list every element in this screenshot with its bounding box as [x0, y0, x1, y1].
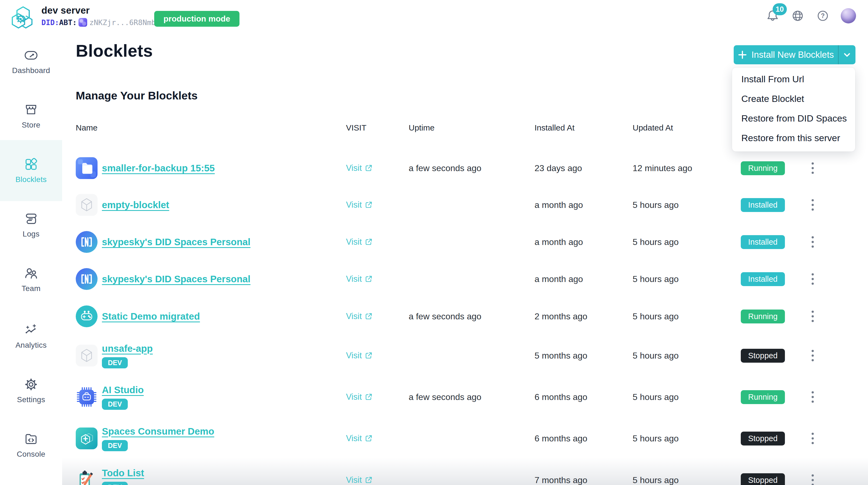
status-badge: Running: [741, 161, 785, 175]
header-actions: 10 ?: [766, 8, 856, 24]
blocklet-name-link[interactable]: empty-blocklet: [102, 200, 169, 210]
cell-visit: Visit: [346, 274, 409, 284]
blocklet-name-link[interactable]: Todo List: [102, 467, 144, 479]
installed-at-value: 5 months ago: [534, 351, 632, 361]
external-link-icon: [365, 434, 373, 443]
install-new-blocklets-button[interactable]: Install New Blocklets: [734, 45, 856, 64]
production-mode-badge: production mode: [154, 11, 240, 27]
visit-link[interactable]: Visit: [346, 433, 409, 443]
row-actions-menu-button[interactable]: [809, 430, 816, 447]
table-row: AI Studio DEV Visit a few seconds ago 6 …: [76, 378, 833, 416]
cell-visit: Visit: [346, 433, 409, 443]
menu-item-restore-from-this-server[interactable]: Restore from this server: [732, 128, 855, 148]
installed-at-value: a month ago: [534, 200, 632, 210]
notifications-button[interactable]: 10: [766, 9, 780, 23]
notification-count-badge: 10: [773, 3, 787, 15]
sidebar-item-label: Console: [17, 450, 45, 459]
dev-badge: DEV: [102, 440, 128, 451]
blocklet-name-link[interactable]: unsafe-app: [102, 343, 153, 354]
row-actions-menu-button[interactable]: [809, 196, 816, 213]
blocklet-name-link[interactable]: Static Demo migrated: [102, 311, 200, 322]
cell-name: unsafe-app DEV: [76, 343, 346, 368]
visit-link[interactable]: Visit: [346, 311, 409, 321]
store-icon: [24, 103, 38, 117]
did-chain: ABT:: [59, 18, 77, 27]
sidebar-item-blocklets[interactable]: Blocklets: [0, 140, 62, 201]
table-header-col-name: Name: [76, 123, 346, 132]
cell-status: Installed: [733, 235, 793, 249]
sidebar-item-dashboard[interactable]: Dashboard: [0, 38, 62, 85]
blocklet-name-link[interactable]: skypesky's DID Spaces Personal: [102, 237, 250, 247]
row-actions-menu-button[interactable]: [809, 389, 816, 405]
cell-actions: [793, 347, 833, 364]
sidebar-item-settings[interactable]: Settings: [0, 368, 62, 414]
updated-at-value: 5 hours ago: [632, 392, 733, 402]
updated-at-value: 5 hours ago: [632, 311, 733, 322]
table-row: empty-blocklet Visit a month ago 5 hours…: [76, 190, 833, 220]
install-button-caret[interactable]: [838, 45, 856, 64]
help-button[interactable]: ?: [816, 9, 830, 23]
sidebar-item-store[interactable]: Store: [0, 93, 62, 139]
external-link-icon: [365, 201, 373, 209]
installed-at-value: 7 months ago: [534, 475, 632, 485]
blocklet-name-link[interactable]: AI Studio: [102, 385, 144, 395]
chevron-down-icon: [843, 51, 851, 59]
section-title: Manage Your Blocklets: [76, 89, 197, 102]
blocklet-name-link[interactable]: Spaces Consumer Demo: [102, 426, 214, 437]
settings-icon: [24, 377, 38, 392]
blocklet-name-link[interactable]: smaller-for-backup 15:55: [102, 163, 215, 174]
visit-link[interactable]: Visit: [346, 392, 409, 402]
cell-status: Running: [733, 390, 793, 404]
visit-link[interactable]: Visit: [346, 237, 409, 247]
blocklets-icon: [24, 157, 38, 172]
table-row: skypesky's DID Spaces Personal Visit a m…: [76, 264, 833, 294]
row-actions-menu-button[interactable]: [809, 308, 816, 325]
spaces-hexagon-icon: [76, 427, 97, 449]
cell-actions: [793, 308, 833, 325]
status-badge: Installed: [741, 198, 785, 212]
sidebar-item-label: Settings: [17, 395, 45, 404]
cell-status: Stopped: [733, 349, 793, 363]
cell-actions: [793, 234, 833, 250]
status-badge: Stopped: [741, 349, 785, 363]
row-actions-menu-button[interactable]: [809, 271, 816, 287]
user-avatar[interactable]: [841, 8, 856, 24]
plus-icon: [738, 50, 747, 59]
sidebar-item-console[interactable]: Console: [0, 422, 62, 468]
cell-visit: Visit: [346, 200, 409, 210]
cell-name: smaller-for-backup 15:55: [76, 157, 346, 179]
visit-link[interactable]: Visit: [346, 475, 409, 485]
ai-chip-icon: [76, 386, 97, 408]
sidebar-item-team[interactable]: Team: [0, 256, 62, 303]
logs-icon: [24, 212, 38, 226]
updated-at-value: 5 hours ago: [632, 351, 733, 361]
cell-visit: Visit: [346, 311, 409, 321]
row-actions-menu-button[interactable]: [809, 160, 816, 177]
install-button-label: Install New Blocklets: [751, 50, 834, 60]
cell-name: skypesky's DID Spaces Personal: [76, 231, 346, 253]
row-actions-menu-button[interactable]: [809, 472, 816, 485]
cell-name: skypesky's DID Spaces Personal: [76, 268, 346, 290]
menu-item-create-blocklet[interactable]: Create Blocklet: [732, 89, 855, 109]
sidebar-item-analytics[interactable]: Analytics: [0, 313, 62, 359]
row-actions-menu-button[interactable]: [809, 347, 816, 364]
status-badge: Installed: [741, 235, 785, 249]
install-button-main[interactable]: Install New Blocklets: [734, 45, 838, 64]
visit-link[interactable]: Visit: [346, 163, 409, 173]
visit-link[interactable]: Visit: [346, 274, 409, 284]
sidebar-item-logs[interactable]: Logs: [0, 202, 62, 248]
visit-link[interactable]: Visit: [346, 351, 409, 361]
menu-item-install-from-url[interactable]: Install From Url: [732, 69, 855, 89]
visit-link[interactable]: Visit: [346, 200, 409, 210]
menu-item-restore-from-did-spaces[interactable]: Restore from DID Spaces: [732, 109, 855, 128]
locale-button[interactable]: [790, 9, 805, 23]
row-actions-menu-button[interactable]: [809, 234, 816, 250]
blocklet-name-link[interactable]: skypesky's DID Spaces Personal: [102, 274, 250, 284]
status-badge: Running: [741, 390, 785, 404]
cell-status: Installed: [733, 272, 793, 286]
todo-clipboard-icon: [76, 469, 97, 485]
installed-at-value: 23 days ago: [534, 163, 632, 173]
blocklet-server-logo-icon[interactable]: [10, 4, 35, 30]
cell-visit: Visit: [346, 475, 409, 485]
status-badge: Installed: [741, 272, 785, 286]
